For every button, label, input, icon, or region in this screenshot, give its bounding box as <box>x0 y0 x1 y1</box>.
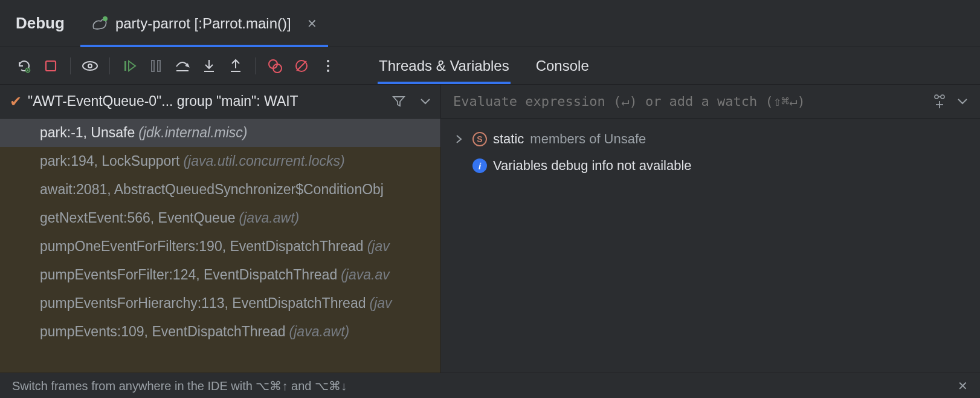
expand-arrow-icon[interactable] <box>456 134 466 144</box>
step-over-button[interactable] <box>169 53 196 79</box>
stack-frames-list: park:-1, Unsafe(jdk.internal.misc)park:1… <box>0 119 440 373</box>
filter-icon[interactable] <box>392 95 405 108</box>
frame-package: (jdk.internal.misc) <box>138 125 247 141</box>
var-static-label: static <box>493 131 524 147</box>
chevron-down-icon[interactable] <box>420 98 431 105</box>
bug-run-icon <box>91 16 108 31</box>
svg-point-5 <box>88 64 92 68</box>
pause-button[interactable] <box>143 53 169 79</box>
main-area: ✔ "AWT-EventQueue-0"... group "main": WA… <box>0 85 980 373</box>
hint-footer: Switch frames from anywhere in the IDE w… <box>0 373 980 398</box>
thread-label: "AWT-EventQueue-0"... group "main": WAIT <box>28 93 298 109</box>
debug-toolbar: Threads & Variables Console <box>0 47 980 85</box>
info-badge-icon: i <box>472 158 487 173</box>
stack-frame[interactable]: pumpEventsForHierarchy:113, EventDispatc… <box>0 289 440 318</box>
svg-point-4 <box>83 62 97 70</box>
view-breakpoints-button[interactable] <box>262 53 288 79</box>
frame-method: pumpOneEventForFilters:190, EventDispatc… <box>40 238 364 255</box>
frame-package: (jav <box>367 238 390 255</box>
svg-point-19 <box>327 65 329 67</box>
rerun-button[interactable] <box>11 53 37 79</box>
svg-rect-8 <box>158 60 160 71</box>
frame-method: pumpEvents:109, EventDispatchThread <box>40 324 286 340</box>
evaluate-expression-input[interactable] <box>453 94 922 109</box>
close-hint-icon[interactable]: ✕ <box>958 379 968 393</box>
svg-rect-6 <box>124 61 126 71</box>
variables-list: S static members of Unsafe i Variables d… <box>441 119 980 186</box>
svg-rect-3 <box>46 61 56 71</box>
frame-method: getNextEvent:566, EventQueue <box>40 210 236 226</box>
frame-package: (java.util.concurrent.locks) <box>183 153 344 169</box>
frame-package: (java.awt) <box>289 324 350 340</box>
stack-frame[interactable]: park:194, LockSupport(java.util.concurre… <box>0 147 440 175</box>
evaluate-row <box>441 85 980 119</box>
add-watch-icon[interactable] <box>932 94 947 109</box>
show-execution-point-button[interactable] <box>77 53 103 79</box>
frame-package: (jav <box>369 295 392 312</box>
run-config-tab[interactable]: party-parrot [:Parrot.main()] ✕ <box>80 0 328 47</box>
close-tab-icon[interactable]: ✕ <box>307 16 317 31</box>
step-out-button[interactable] <box>222 53 249 79</box>
toolbar-divider <box>70 57 71 74</box>
check-icon: ✔ <box>10 93 22 110</box>
svg-line-17 <box>297 61 306 71</box>
stop-button[interactable] <box>37 53 64 79</box>
tab-console[interactable]: Console <box>535 49 590 83</box>
var-static-rest: members of Unsafe <box>530 131 646 147</box>
frame-method: await:2081, AbstractQueuedSynchronizer$C… <box>40 181 384 198</box>
stack-frame[interactable]: park:-1, Unsafe(jdk.internal.misc) <box>0 119 440 147</box>
more-actions-button[interactable] <box>315 53 341 79</box>
stack-frame[interactable]: pumpEventsForFilter:124, EventDispatchTh… <box>0 261 440 289</box>
frame-package: (java.av <box>341 267 390 283</box>
stack-frame[interactable]: pumpOneEventForFilters:190, EventDispatc… <box>0 232 440 261</box>
svg-point-20 <box>327 70 329 72</box>
variables-panel: S static members of Unsafe i Variables d… <box>441 85 980 373</box>
svg-point-22 <box>941 95 944 99</box>
toolbar-divider <box>109 57 110 74</box>
stack-frame[interactable]: pumpEvents:109, EventDispatchThread(java… <box>0 318 440 346</box>
stack-frame[interactable]: getNextEvent:566, EventQueue(java.awt) <box>0 204 440 232</box>
info-message: Variables debug info not available <box>493 158 692 174</box>
frame-package: (java.awt) <box>239 210 300 226</box>
run-config-label: party-parrot [:Parrot.main()] <box>115 15 291 32</box>
debug-sub-tabs: Threads & Variables Console <box>378 49 590 83</box>
svg-point-2 <box>27 69 29 71</box>
svg-point-21 <box>935 95 938 99</box>
frame-method: pumpEventsForHierarchy:113, EventDispatc… <box>40 295 366 312</box>
static-badge-icon: S <box>472 132 487 146</box>
svg-point-18 <box>327 60 329 62</box>
stack-frame[interactable]: await:2081, AbstractQueuedSynchronizer$C… <box>0 175 440 204</box>
resume-button[interactable] <box>116 53 143 79</box>
frame-method: pumpEventsForFilter:124, EventDispatchTh… <box>40 267 337 283</box>
thread-selector-row[interactable]: ✔ "AWT-EventQueue-0"... group "main": WA… <box>0 85 440 119</box>
svg-rect-7 <box>152 60 154 71</box>
debug-header: Debug party-parrot [:Parrot.main()] ✕ <box>0 0 980 47</box>
step-into-button[interactable] <box>196 53 222 79</box>
variable-static-members[interactable]: S static members of Unsafe <box>441 126 980 152</box>
footer-hint-text: Switch frames from anywhere in the IDE w… <box>12 379 347 393</box>
toolbar-divider <box>255 57 256 74</box>
frame-method: park:194, LockSupport <box>40 153 179 169</box>
frame-method: park:-1, Unsafe <box>40 125 135 141</box>
tool-window-title: Debug <box>0 14 80 33</box>
variable-info-row: i Variables debug info not available <box>441 152 980 179</box>
frames-panel: ✔ "AWT-EventQueue-0"... group "main": WA… <box>0 85 441 373</box>
chevron-down-icon[interactable] <box>957 98 968 105</box>
svg-point-0 <box>103 16 108 21</box>
tab-threads-variables[interactable]: Threads & Variables <box>378 49 511 83</box>
mute-breakpoints-button[interactable] <box>288 53 315 79</box>
